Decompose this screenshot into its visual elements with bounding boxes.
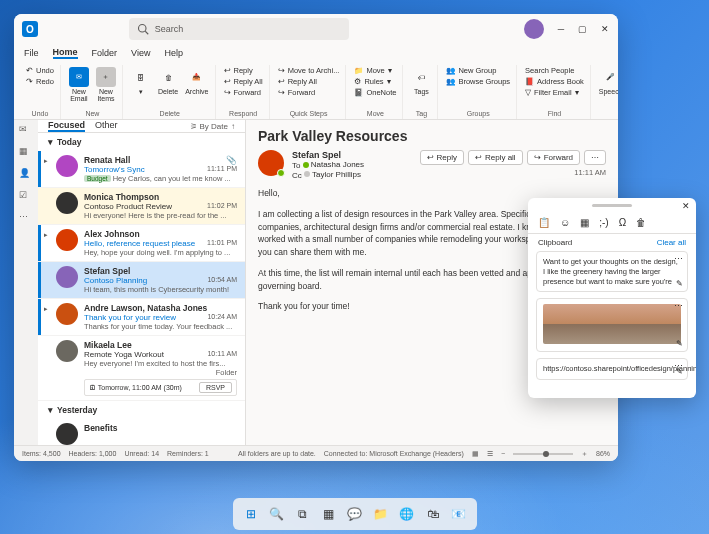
forward-action[interactable]: ↪ Forward [527,150,580,165]
section-yesterday[interactable]: ▾ Yesterday [38,401,245,419]
message-item[interactable]: Benefits [38,419,245,445]
menu-folder[interactable]: Folder [92,48,118,58]
delete-dropdown[interactable]: 🗄▾ [129,65,153,98]
new-email-button[interactable]: ✉New Email [67,65,91,104]
message-item[interactable]: ▸ Renata Hall 📎 Tomorrow's Sync11:11 PM … [38,151,245,188]
svg-line-1 [145,31,148,34]
more-actions[interactable]: ⋯ [584,150,606,165]
pin-icon[interactable]: ✎ [676,367,683,377]
widgets-icon[interactable]: ▦ [319,504,339,524]
presence-indicator [277,169,285,177]
quickstep-move[interactable]: ↪ Move to Archi... [276,65,342,76]
ribbon-group-undo: Undo [32,110,49,119]
start-button[interactable]: ⊞ [241,504,261,524]
move-button[interactable]: 📁 Move ▾ [352,65,398,76]
new-group-button[interactable]: 👥 New Group [444,65,512,76]
undo-button[interactable]: ↶ Undo [24,65,56,76]
clipboard-item-link[interactable]: https://contoso.sharepoint/officedesign/… [536,358,688,380]
email-subject: Park Valley Resources [258,128,606,144]
more-icon[interactable]: ⋯ [19,212,33,226]
rsvp-button[interactable]: RSVP [199,382,232,393]
browse-groups-button[interactable]: 👥 Browse Groups [444,76,512,87]
menu-view[interactable]: View [131,48,150,58]
mail-icon[interactable]: ✉ [19,124,33,138]
new-items-button[interactable]: ＋New Items [94,65,118,104]
search-input[interactable]: Search [129,18,349,40]
quickstep-reply[interactable]: ↩ Reply All [276,76,342,87]
zoom-slider[interactable] [513,453,573,455]
message-item[interactable]: ▸ Andre Lawson, Natasha Jones Thank you … [38,299,245,336]
tab-other[interactable]: Other [95,120,118,132]
clipboard-item-image[interactable]: ⋯ ✎ [536,298,688,352]
clipboard-tab-icon[interactable]: 📋 [538,217,550,228]
section-today[interactable]: ▾ Today [38,133,245,151]
search-taskbar-icon[interactable]: 🔍 [267,504,287,524]
view-reading-icon[interactable]: ☰ [487,450,493,458]
minimize-button[interactable]: ─ [556,24,566,34]
recipient-cc[interactable]: Taylor Phillips [312,170,361,179]
search-people-input[interactable]: Search People [523,65,586,76]
search-placeholder: Search [155,24,184,34]
onenote-button[interactable]: 📓 OneNote [352,87,398,98]
item-menu-icon[interactable]: ⋯ [674,254,683,266]
search-icon [137,23,149,35]
emoji-tab-icon[interactable]: ☺ [560,217,570,228]
menu-help[interactable]: Help [164,48,183,58]
drag-handle[interactable] [592,204,632,207]
menu-file[interactable]: File [24,48,39,58]
quickstep-forward[interactable]: ↪ Forward [276,87,342,98]
edge-icon[interactable]: 🌐 [397,504,417,524]
gif-tab-icon[interactable]: ▦ [580,217,589,228]
zoom-value: 86% [596,450,610,457]
reply-action[interactable]: ↩ Reply [420,150,464,165]
tasks-icon[interactable]: ☑ [19,190,33,204]
redo-button[interactable]: ↷ Redo [24,76,56,87]
pin-icon[interactable]: ✎ [676,339,683,349]
tags-button[interactable]: 🏷Tags [409,65,433,97]
close-clipboard-button[interactable]: ✕ [682,201,690,211]
recipient-to[interactable]: Natasha Jones [311,160,364,169]
rules-button[interactable]: ⚙ Rules ▾ [352,76,398,87]
reply-button[interactable]: ↩ Reply [222,65,265,76]
archive-button[interactable]: 📥Archive [183,65,210,97]
close-button[interactable]: ✕ [600,24,610,34]
clear-all-button[interactable]: Clear all [657,238,686,247]
tab-focused[interactable]: Focused [48,120,85,132]
kaomoji-tab-icon[interactable]: ;-) [599,217,608,228]
delete-button[interactable]: 🗑Delete [156,65,180,97]
sort-by-date[interactable]: ⚞ By Date ↑ [190,122,235,131]
reply-all-button[interactable]: ↩ Reply All [222,76,265,87]
menu-bar: File Home Folder View Help [14,44,618,62]
address-book-button[interactable]: 📕 Address Book [523,76,586,87]
menu-home[interactable]: Home [53,47,78,59]
maximize-button[interactable]: ▢ [578,24,588,34]
people-icon[interactable]: 👤 [19,168,33,182]
status-reminders: Reminders: 1 [167,450,209,457]
filter-email-button[interactable]: ▽ Filter Email ▾ [523,87,586,98]
task-view-icon[interactable]: ⧉ [293,504,313,524]
message-item[interactable]: Monica Thompson Contoso Product Review11… [38,188,245,225]
calendar-icon[interactable]: ▦ [19,146,33,160]
calendar-event-chip: 🗓 Tomorrow, 11:00 AM (30m) RSVP [84,379,237,396]
message-item[interactable]: ▸ Alex Johnson Hello, reference request … [38,225,245,262]
chat-icon[interactable]: 💬 [345,504,365,524]
message-item-selected[interactable]: Stefan Spel Contoso Planning10:54 AM Hi … [38,262,245,299]
reply-all-action[interactable]: ↩ Reply all [468,150,523,165]
forward-button[interactable]: ↪ Forward [222,87,265,98]
pin-icon[interactable]: ✎ [676,279,683,289]
message-item[interactable]: Mikaela Lee Remote Yoga Workout10:11 AM … [38,336,245,401]
ribbon-group-move: Move [367,110,384,119]
view-normal-icon[interactable]: ▦ [472,450,479,458]
store-icon[interactable]: 🛍 [423,504,443,524]
outlook-taskbar-icon[interactable]: 📧 [449,504,469,524]
item-menu-icon[interactable]: ⋯ [674,301,683,313]
symbols-tab-icon[interactable]: Ω [619,217,626,228]
clipboard-item-text[interactable]: Want to get your thoughts on the design,… [536,251,688,292]
trash-icon[interactable]: 🗑 [636,217,646,228]
zoom-out-icon[interactable]: − [501,450,505,457]
file-explorer-icon[interactable]: 📁 [371,504,391,524]
zoom-in-icon[interactable]: ＋ [581,449,588,459]
user-avatar[interactable] [524,19,544,39]
title-bar: O Search ─ ▢ ✕ [14,14,618,44]
speech-button[interactable]: 🎤Speech [597,65,618,97]
